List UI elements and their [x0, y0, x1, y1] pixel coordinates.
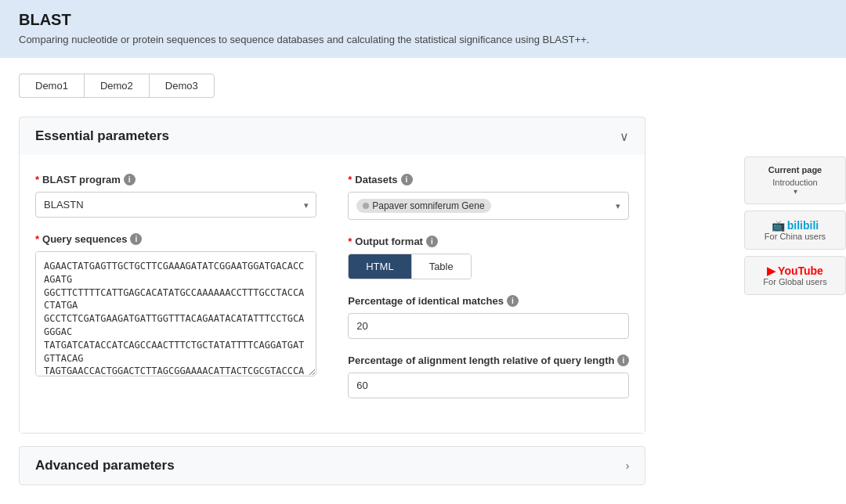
alignment-length-field: Percentage of alignment length relative … [348, 355, 629, 398]
essential-section-title: Essential parameters [35, 128, 169, 144]
blast-program-select[interactable]: BLASTN BLASTP BLASTX TBLASTN TBLASTX [35, 192, 316, 218]
advanced-section-title: Advanced parameters [35, 458, 175, 473]
tab-demo1[interactable]: Demo1 [19, 74, 84, 98]
main-content: Demo1 Demo2 Demo3 Essential parameters ∨… [0, 58, 664, 504]
datasets-label: * Datasets i [348, 174, 629, 185]
query-sequences-label-text: Query sequences [42, 233, 127, 245]
dataset-tag-label: Papaver somniferum Gene [372, 200, 484, 211]
youtube-icon: ▶ [767, 265, 776, 277]
alignment-length-label: Percentage of alignment length relative … [348, 355, 629, 366]
blast-program-label-text: BLAST program [42, 174, 121, 185]
output-format-field: * Output format i HTML Table [348, 236, 629, 279]
youtube-subtitle: For Global users [751, 277, 839, 286]
query-sequences-info-icon[interactable]: i [130, 233, 142, 245]
output-format-info-icon[interactable]: i [426, 236, 438, 247]
left-column: * BLAST program i BLASTN BLASTP BLASTX T… [35, 174, 316, 414]
essential-chevron-icon: ∨ [620, 129, 629, 144]
alignment-length-info-icon[interactable]: i [617, 355, 629, 366]
alignment-length-input[interactable] [348, 373, 629, 398]
sidebar: Current page Introduction ▾ 📺 bilibili F… [744, 157, 846, 295]
identical-matches-label: Percentage of identical matches i [348, 295, 629, 307]
sidebar-current-page-card[interactable]: Current page Introduction ▾ [744, 157, 846, 204]
essential-section-body: * BLAST program i BLASTN BLASTP BLASTX T… [20, 155, 645, 433]
identical-matches-label-text: Percentage of identical matches [348, 295, 504, 307]
blast-program-field: * BLAST program i BLASTN BLASTP BLASTX T… [35, 174, 316, 218]
blast-program-label: * BLAST program i [35, 174, 316, 185]
page-header: BLAST Comparing nucleotide or protein se… [0, 0, 846, 58]
sidebar-youtube-card[interactable]: ▶ YouTube For Global users [744, 256, 846, 295]
dataset-tag-dot [363, 203, 369, 209]
output-format-label-text: Output format [355, 236, 423, 247]
tab-bar: Demo1 Demo2 Demo3 [19, 74, 645, 98]
bilibili-icon: 📺 [772, 219, 785, 232]
advanced-chevron-icon: › [626, 459, 630, 472]
identical-matches-input[interactable] [348, 313, 629, 339]
blast-program-required: * [35, 174, 39, 185]
query-sequences-field: * Query sequences i AGAACTATGAGTTGCTGCTT… [35, 233, 316, 379]
identical-matches-field: Percentage of identical matches i [348, 295, 629, 339]
essential-section-header[interactable]: Essential parameters ∨ [20, 117, 645, 155]
output-format-buttons: HTML Table [348, 254, 471, 279]
datasets-input[interactable]: Papaver somniferum Gene ▾ [348, 192, 629, 220]
youtube-text: YouTube [778, 265, 823, 277]
datasets-info-icon[interactable]: i [401, 174, 413, 185]
right-column: * Datasets i Papaver somniferum Gene ▾ [348, 174, 629, 414]
page-title: BLAST [19, 11, 827, 29]
datasets-field: * Datasets i Papaver somniferum Gene ▾ [348, 174, 629, 220]
query-sequences-required: * [35, 233, 39, 245]
bilibili-subtitle: For China users [751, 232, 839, 241]
sidebar-dropdown-arrow: ▾ [751, 187, 839, 196]
datasets-required: * [348, 174, 352, 185]
datasets-label-text: Datasets [355, 174, 397, 185]
datasets-dropdown-arrow: ▾ [616, 201, 620, 211]
essential-parameters-section: Essential parameters ∨ * BLAST program i [19, 117, 645, 434]
dataset-tag: Papaver somniferum Gene [356, 199, 490, 213]
params-grid: * BLAST program i BLASTN BLASTP BLASTX T… [35, 174, 629, 414]
output-format-label: * Output format i [348, 236, 629, 247]
query-sequences-textarea[interactable]: AGAACTATGAGTTGCTGCTTCGAAAGATATCGGAATGGAT… [35, 251, 316, 376]
tab-demo2[interactable]: Demo2 [84, 74, 149, 98]
youtube-logo: ▶ YouTube [751, 265, 839, 277]
sidebar-introduction-label: Introduction [751, 178, 839, 187]
blast-program-info-icon[interactable]: i [124, 174, 136, 185]
advanced-parameters-section: Advanced parameters › [19, 446, 645, 485]
format-table-button[interactable]: Table [412, 254, 471, 279]
advanced-section-header[interactable]: Advanced parameters › [20, 447, 645, 484]
format-html-button[interactable]: HTML [349, 254, 411, 279]
sidebar-current-page-title: Current page [751, 165, 839, 175]
identical-matches-info-icon[interactable]: i [507, 295, 519, 307]
bilibili-logo: 📺 bilibili [751, 219, 839, 232]
alignment-length-label-text: Percentage of alignment length relative … [348, 355, 614, 366]
sidebar-bilibili-card[interactable]: 📺 bilibili For China users [744, 211, 846, 250]
page-subtitle: Comparing nucleotide or protein sequence… [19, 34, 827, 45]
blast-program-select-wrapper: BLASTN BLASTP BLASTX TBLASTN TBLASTX ▾ [35, 192, 316, 218]
bilibili-text: bilibili [787, 219, 819, 232]
query-sequences-label: * Query sequences i [35, 233, 316, 245]
tab-demo3[interactable]: Demo3 [149, 74, 215, 98]
output-format-required: * [348, 236, 352, 247]
